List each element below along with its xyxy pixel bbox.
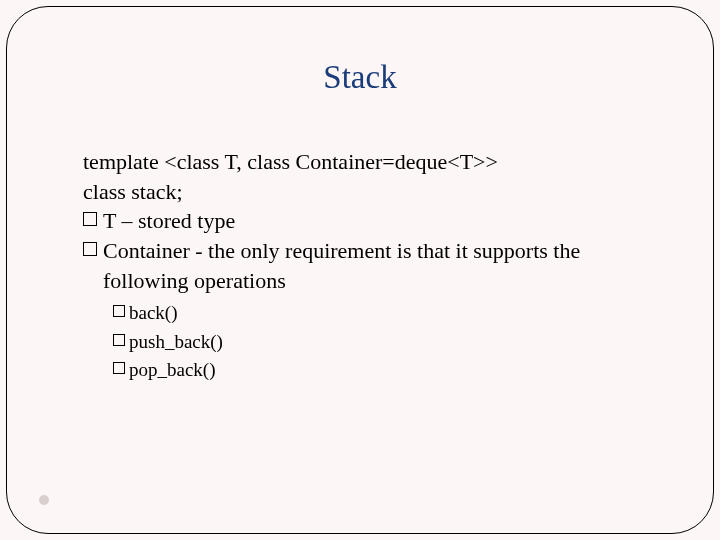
square-bullet-icon: [113, 334, 125, 346]
bullet-t-param: T – stored type: [83, 206, 653, 236]
code-line-2: class stack;: [83, 177, 653, 207]
square-bullet-icon: [83, 212, 97, 226]
code-line-1: template <class T, class Container=deque…: [83, 147, 653, 177]
op-push-back: push_back(): [113, 328, 653, 357]
square-bullet-icon: [113, 362, 125, 374]
slide-frame: Stack template <class T, class Container…: [6, 6, 714, 534]
bullet-container-text: Container - the only requirement is that…: [103, 236, 653, 295]
bullet-t-text: T – stored type: [103, 206, 653, 236]
slide-title: Stack: [7, 59, 713, 96]
slide-content: template <class T, class Container=deque…: [83, 147, 653, 385]
corner-dot-icon: [39, 495, 49, 505]
op-push-back-text: push_back(): [129, 328, 223, 357]
slide: Stack template <class T, class Container…: [0, 0, 720, 540]
op-pop-back: pop_back(): [113, 356, 653, 385]
square-bullet-icon: [113, 305, 125, 317]
bullet-container-param: Container - the only requirement is that…: [83, 236, 653, 295]
op-pop-back-text: pop_back(): [129, 356, 216, 385]
op-back-text: back(): [129, 299, 178, 328]
square-bullet-icon: [83, 242, 97, 256]
op-back: back(): [113, 299, 653, 328]
operations-list: back() push_back() pop_back(): [113, 299, 653, 385]
